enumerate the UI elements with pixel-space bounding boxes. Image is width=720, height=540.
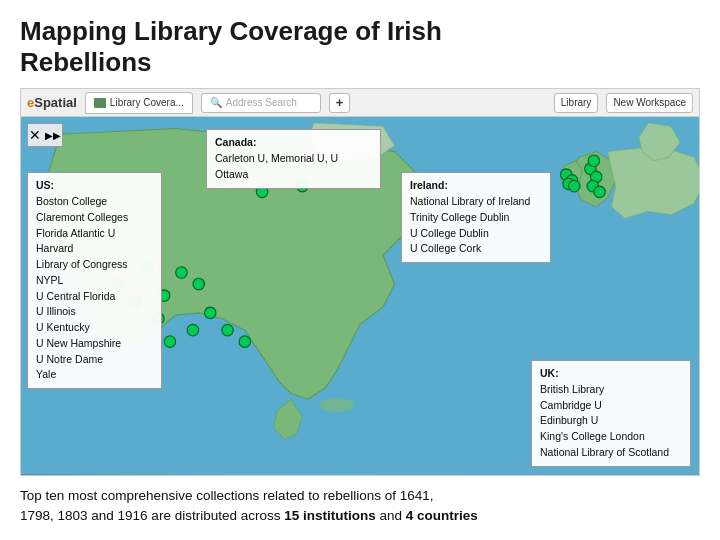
svg-point-1 [320, 398, 355, 412]
svg-point-25 [588, 155, 600, 167]
address-search[interactable]: 🔍 Address Search [201, 93, 321, 113]
svg-point-12 [164, 336, 176, 348]
espatial-logo: eSpatial [27, 95, 77, 110]
page-container: Mapping Library Coverage of Irish Rebell… [0, 0, 720, 540]
bold-countries: 4 countries [406, 508, 478, 523]
uk-info-box: UK: British Library Cambridge U Edinburg… [531, 360, 691, 467]
title-line2: Rebellions [20, 47, 151, 77]
svg-point-9 [204, 307, 216, 319]
settings-icon: ✕ [29, 127, 41, 143]
ireland-title: Ireland: [410, 178, 542, 194]
search-icon: 🔍 [210, 97, 222, 108]
new-workspace-button[interactable]: New Workspace [606, 93, 693, 113]
uk-institutions: British Library Cambridge U Edinburgh U … [540, 382, 682, 461]
tab-label: Library Covera... [110, 97, 184, 108]
map-area: ✕ ▶▶ Canada: Carleton U, Memorial U, U O… [21, 117, 699, 474]
canada-institutions: Carleton U, Memorial U, U Ottawa [215, 152, 338, 180]
uk-title: UK: [540, 366, 682, 382]
us-title: US: [36, 178, 153, 194]
map-app: eSpatial Library Covera... 🔍 Address Sea… [20, 88, 700, 475]
svg-point-24 [594, 186, 606, 198]
tools-panel[interactable]: ✕ ▶▶ [27, 123, 63, 147]
svg-point-6 [176, 267, 188, 279]
caption-text: Top ten most comprehensive collections r… [20, 488, 478, 523]
svg-point-10 [187, 325, 199, 337]
svg-point-7 [193, 279, 205, 291]
toolbar: eSpatial Library Covera... 🔍 Address Sea… [21, 89, 699, 117]
canada-title: Canada: [215, 136, 256, 148]
svg-point-20 [569, 181, 581, 193]
caption-section: Top ten most comprehensive collections r… [20, 486, 700, 527]
add-button[interactable]: + [329, 93, 351, 113]
svg-point-13 [239, 336, 251, 348]
canada-info-box: Canada: Carleton U, Memorial U, U Ottawa [206, 129, 381, 188]
title-section: Mapping Library Coverage of Irish Rebell… [20, 16, 700, 78]
tab-library-coverage[interactable]: Library Covera... [85, 92, 193, 114]
us-institutions: Boston College Claremont Colleges Florid… [36, 194, 153, 383]
ireland-info-box: Ireland: National Library of Ireland Tri… [401, 172, 551, 263]
svg-point-11 [222, 325, 234, 337]
title-line1: Mapping Library Coverage of Irish [20, 16, 442, 46]
search-placeholder: Address Search [226, 97, 297, 108]
us-info-box: US: Boston College Claremont Colleges Fl… [27, 172, 162, 389]
bold-institutions: 15 institutions [284, 508, 376, 523]
ireland-institutions: National Library of Ireland Trinity Coll… [410, 194, 542, 257]
tab-map-icon [94, 98, 106, 108]
expand-icon: ▶▶ [45, 130, 61, 141]
library-button[interactable]: Library [554, 93, 599, 113]
page-title: Mapping Library Coverage of Irish Rebell… [20, 16, 700, 78]
